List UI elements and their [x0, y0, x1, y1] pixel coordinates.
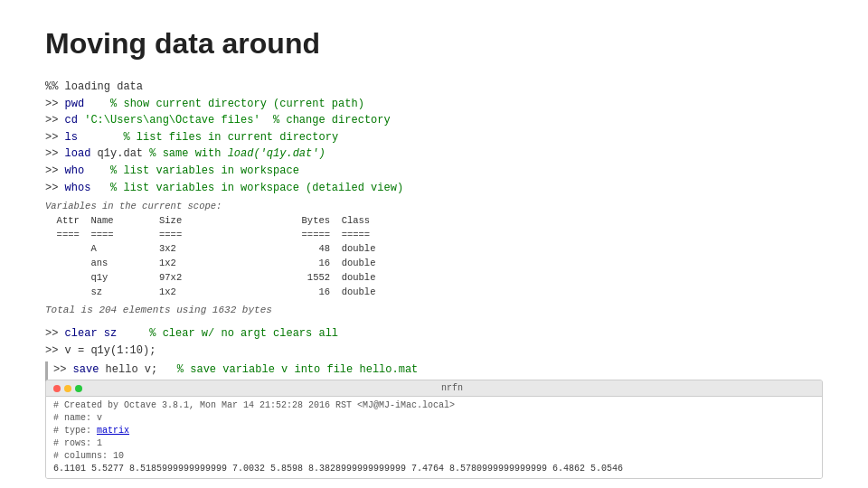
code-line-3: >> ls % list files in current directory — [45, 129, 823, 146]
prompt: >> — [45, 147, 65, 160]
prompt: >> — [45, 114, 65, 127]
cmd-clear: clear sz — [65, 327, 118, 340]
prompt: >> — [53, 363, 73, 376]
file-panel: nrfn # Created by Octave 3.8.1, Mon Mar … — [45, 380, 823, 479]
prompt: >> — [45, 327, 65, 340]
file-title-bar: nrfn — [46, 380, 822, 397]
cmt-cd: % change directory — [273, 114, 391, 127]
type-link[interactable]: matrix — [97, 426, 129, 436]
code-line-v: >> v = q1y(1:10); — [45, 343, 823, 360]
file-comment-4: # rows: 1 — [53, 437, 815, 450]
table-row-ans: ans 1x2 16 double — [45, 257, 823, 271]
file-comment-3: # type: matrix — [53, 425, 815, 437]
variables-table: Variables in the current scope: Attr Nam… — [45, 200, 823, 299]
cmd-cd: cd — [65, 114, 78, 127]
file-comment-5: # columns: 10 — [53, 450, 815, 463]
dot-yellow — [64, 385, 71, 392]
code-line-clear: >> clear sz % clear w/ no argt clears al… — [45, 325, 823, 343]
file-comment-1: # Created by Octave 3.8.1, Mon Mar 14 21… — [53, 399, 815, 412]
str-cd: 'C:\Users\ang\Octave files' — [84, 114, 259, 127]
code-line-save1: >> save hello v; % save variable v into … — [53, 361, 823, 379]
traffic-lights — [53, 385, 82, 392]
table-row-a: A 3x2 48 double — [45, 242, 823, 257]
cmd-ls: ls — [65, 131, 78, 144]
cmt-save1: % save variable v into file hello.mat — [177, 363, 418, 376]
table-header: Attr Name Size Bytes Class — [45, 214, 823, 229]
cmt-whos: % list variables in workspace (detailed … — [110, 182, 403, 194]
code-line-1: >> pwd % show current directory (current… — [45, 96, 823, 113]
cmd-who: who — [65, 164, 85, 177]
table-sep: ==== ==== ==== ===== ===== — [45, 229, 823, 243]
cmt-load: % same with load('q1y.dat') — [149, 147, 325, 160]
code-line-2: >> cd 'C:\Users\ang\Octave files' % chan… — [45, 112, 823, 129]
file-content: # Created by Octave 3.8.1, Mon Mar 14 21… — [46, 397, 822, 478]
cmd-load: load — [65, 147, 91, 160]
prompt: >> — [45, 98, 65, 110]
page-title: Moving data around — [45, 27, 823, 61]
cmd-whos: whos — [65, 182, 91, 194]
prompt: >> — [45, 131, 65, 144]
table-row-q1y: q1y 97x2 1552 double — [45, 271, 823, 286]
prompt: >> — [45, 344, 65, 357]
code-block: %% loading data >> pwd % show current di… — [45, 79, 823, 411]
code-line-5: >> who % list variables in workspace — [45, 163, 823, 180]
total-line: Total is 204 elements using 1632 bytes — [45, 303, 823, 318]
prompt: >> — [45, 164, 65, 177]
dot-red — [53, 385, 61, 392]
variables-header: Variables in the current scope: — [45, 200, 823, 214]
cmt-clear: % clear w/ no argt clears all — [149, 327, 338, 340]
cmt-pwd: % show current directory (current path) — [110, 98, 364, 110]
table-row-sz: sz 1x2 16 double — [45, 286, 823, 300]
cmd-save1: save — [73, 363, 99, 376]
cmd-v: v = q1y(1:10); — [65, 344, 156, 357]
page-container: Moving data around %% loading data >> pw… — [0, 0, 868, 488]
prompt: >> — [45, 182, 65, 194]
section-comment: %% loading data — [45, 79, 823, 96]
code-line-4: >> load q1y.dat % same with load('q1y.da… — [45, 145, 823, 163]
dot-green — [75, 385, 82, 392]
cmt-who: % list variables in workspace — [110, 164, 299, 177]
cmt-ls: % list files in current directory — [123, 131, 338, 144]
data-values: 6.1101 5.5277 8.5185999999999999 7.0032 … — [53, 463, 815, 475]
file-comment-2: # name: v — [53, 412, 815, 425]
code-line-6: >> whos % list variables in workspace (d… — [45, 180, 823, 197]
cmd-pwd: pwd — [65, 98, 85, 110]
file-name: nrfn — [90, 383, 815, 393]
